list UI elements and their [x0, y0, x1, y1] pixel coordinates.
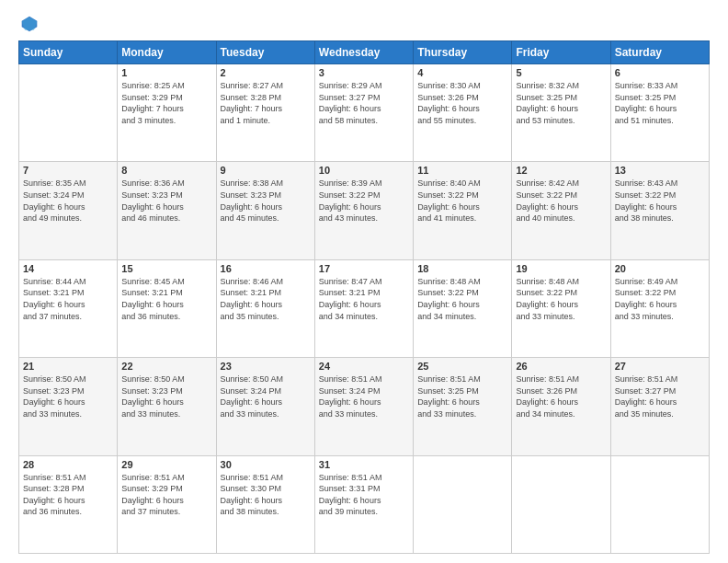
calendar-header-tuesday: Tuesday	[216, 41, 314, 64]
day-number: 3	[319, 67, 409, 78]
day-number: 18	[417, 263, 507, 274]
day-info: Sunrise: 8:27 AM Sunset: 3:28 PM Dayligh…	[221, 80, 311, 126]
day-number: 22	[121, 361, 211, 372]
day-info: Sunrise: 8:51 AM Sunset: 3:25 PM Dayligh…	[417, 373, 507, 419]
calendar-cell	[610, 455, 709, 553]
day-info: Sunrise: 8:38 AM Sunset: 3:23 PM Dayligh…	[221, 178, 311, 224]
calendar-cell: 25Sunrise: 8:51 AM Sunset: 3:25 PM Dayli…	[414, 358, 512, 455]
logo-text	[18, 15, 40, 33]
day-info: Sunrise: 8:43 AM Sunset: 3:22 PM Dayligh…	[615, 178, 705, 224]
day-number: 14	[23, 263, 113, 274]
calendar-week-2: 7Sunrise: 8:35 AM Sunset: 3:24 PM Daylig…	[19, 162, 710, 259]
day-info: Sunrise: 8:39 AM Sunset: 3:22 PM Dayligh…	[319, 178, 409, 224]
header	[18, 15, 710, 33]
calendar-cell: 7Sunrise: 8:35 AM Sunset: 3:24 PM Daylig…	[19, 162, 118, 259]
calendar-cell: 2Sunrise: 8:27 AM Sunset: 3:28 PM Daylig…	[216, 64, 314, 162]
calendar-cell: 23Sunrise: 8:50 AM Sunset: 3:24 PM Dayli…	[216, 358, 314, 455]
day-info: Sunrise: 8:30 AM Sunset: 3:26 PM Dayligh…	[417, 80, 507, 126]
day-info: Sunrise: 8:50 AM Sunset: 3:23 PM Dayligh…	[23, 373, 113, 419]
day-number: 27	[615, 361, 705, 372]
day-info: Sunrise: 8:25 AM Sunset: 3:29 PM Dayligh…	[121, 80, 211, 126]
day-number: 9	[221, 165, 311, 176]
day-info: Sunrise: 8:46 AM Sunset: 3:21 PM Dayligh…	[221, 276, 311, 322]
calendar-cell: 20Sunrise: 8:49 AM Sunset: 3:22 PM Dayli…	[610, 259, 709, 357]
day-number: 16	[221, 263, 311, 274]
calendar-week-3: 14Sunrise: 8:44 AM Sunset: 3:21 PM Dayli…	[19, 259, 710, 357]
day-info: Sunrise: 8:35 AM Sunset: 3:24 PM Dayligh…	[23, 178, 113, 224]
logo	[18, 15, 40, 33]
calendar-cell: 31Sunrise: 8:51 AM Sunset: 3:31 PM Dayli…	[314, 455, 413, 553]
calendar-cell: 27Sunrise: 8:51 AM Sunset: 3:27 PM Dayli…	[610, 358, 709, 455]
calendar-cell	[19, 64, 118, 162]
day-info: Sunrise: 8:48 AM Sunset: 3:22 PM Dayligh…	[516, 276, 606, 322]
calendar-cell: 10Sunrise: 8:39 AM Sunset: 3:22 PM Dayli…	[314, 162, 413, 259]
day-info: Sunrise: 8:51 AM Sunset: 3:24 PM Dayligh…	[319, 373, 409, 419]
day-info: Sunrise: 8:40 AM Sunset: 3:22 PM Dayligh…	[417, 178, 507, 224]
day-info: Sunrise: 8:50 AM Sunset: 3:24 PM Dayligh…	[221, 373, 311, 419]
day-number: 5	[516, 67, 606, 78]
day-number: 15	[121, 263, 211, 274]
day-number: 1	[121, 67, 211, 78]
day-info: Sunrise: 8:48 AM Sunset: 3:22 PM Dayligh…	[417, 276, 507, 322]
logo-icon	[20, 15, 39, 33]
day-number: 11	[417, 165, 507, 176]
calendar-header-monday: Monday	[118, 41, 216, 64]
calendar-header-wednesday: Wednesday	[314, 41, 413, 64]
day-info: Sunrise: 8:44 AM Sunset: 3:21 PM Dayligh…	[23, 276, 113, 322]
calendar-header-thursday: Thursday	[414, 41, 512, 64]
day-number: 28	[23, 459, 113, 470]
day-number: 13	[615, 165, 705, 176]
day-info: Sunrise: 8:33 AM Sunset: 3:25 PM Dayligh…	[615, 80, 705, 126]
day-info: Sunrise: 8:51 AM Sunset: 3:28 PM Dayligh…	[23, 472, 113, 518]
calendar-cell	[512, 455, 610, 553]
day-number: 31	[319, 459, 409, 470]
day-info: Sunrise: 8:51 AM Sunset: 3:29 PM Dayligh…	[121, 472, 211, 518]
day-info: Sunrise: 8:47 AM Sunset: 3:21 PM Dayligh…	[319, 276, 409, 322]
calendar-week-4: 21Sunrise: 8:50 AM Sunset: 3:23 PM Dayli…	[19, 358, 710, 455]
calendar-cell: 28Sunrise: 8:51 AM Sunset: 3:28 PM Dayli…	[19, 455, 118, 553]
calendar-cell: 11Sunrise: 8:40 AM Sunset: 3:22 PM Dayli…	[414, 162, 512, 259]
day-number: 4	[417, 67, 507, 78]
day-number: 6	[615, 67, 705, 78]
day-number: 2	[221, 67, 311, 78]
calendar-cell: 18Sunrise: 8:48 AM Sunset: 3:22 PM Dayli…	[414, 259, 512, 357]
calendar-cell: 13Sunrise: 8:43 AM Sunset: 3:22 PM Dayli…	[610, 162, 709, 259]
day-info: Sunrise: 8:50 AM Sunset: 3:23 PM Dayligh…	[121, 373, 211, 419]
calendar-cell: 9Sunrise: 8:38 AM Sunset: 3:23 PM Daylig…	[216, 162, 314, 259]
calendar-cell: 21Sunrise: 8:50 AM Sunset: 3:23 PM Dayli…	[19, 358, 118, 455]
calendar-cell: 16Sunrise: 8:46 AM Sunset: 3:21 PM Dayli…	[216, 259, 314, 357]
calendar-cell: 12Sunrise: 8:42 AM Sunset: 3:22 PM Dayli…	[512, 162, 610, 259]
calendar-cell: 17Sunrise: 8:47 AM Sunset: 3:21 PM Dayli…	[314, 259, 413, 357]
calendar-cell: 15Sunrise: 8:45 AM Sunset: 3:21 PM Dayli…	[118, 259, 216, 357]
calendar-cell: 14Sunrise: 8:44 AM Sunset: 3:21 PM Dayli…	[19, 259, 118, 357]
day-info: Sunrise: 8:29 AM Sunset: 3:27 PM Dayligh…	[319, 80, 409, 126]
day-number: 12	[516, 165, 606, 176]
calendar-cell: 8Sunrise: 8:36 AM Sunset: 3:23 PM Daylig…	[118, 162, 216, 259]
day-number: 29	[121, 459, 211, 470]
calendar-cell: 29Sunrise: 8:51 AM Sunset: 3:29 PM Dayli…	[118, 455, 216, 553]
calendar-header-row: SundayMondayTuesdayWednesdayThursdayFrid…	[19, 41, 710, 64]
day-number: 30	[221, 459, 311, 470]
day-info: Sunrise: 8:49 AM Sunset: 3:22 PM Dayligh…	[615, 276, 705, 322]
day-number: 23	[221, 361, 311, 372]
day-number: 10	[319, 165, 409, 176]
calendar-cell: 1Sunrise: 8:25 AM Sunset: 3:29 PM Daylig…	[118, 64, 216, 162]
calendar-header-friday: Friday	[512, 41, 610, 64]
calendar-cell	[414, 455, 512, 553]
day-info: Sunrise: 8:51 AM Sunset: 3:31 PM Dayligh…	[319, 472, 409, 518]
calendar: SundayMondayTuesdayWednesdayThursdayFrid…	[18, 40, 710, 554]
calendar-week-1: 1Sunrise: 8:25 AM Sunset: 3:29 PM Daylig…	[19, 64, 710, 162]
day-number: 19	[516, 263, 606, 274]
day-number: 8	[121, 165, 211, 176]
day-number: 25	[417, 361, 507, 372]
day-number: 26	[516, 361, 606, 372]
calendar-header-saturday: Saturday	[610, 41, 709, 64]
calendar-week-5: 28Sunrise: 8:51 AM Sunset: 3:28 PM Dayli…	[19, 455, 710, 553]
day-info: Sunrise: 8:51 AM Sunset: 3:30 PM Dayligh…	[221, 472, 311, 518]
calendar-cell: 24Sunrise: 8:51 AM Sunset: 3:24 PM Dayli…	[314, 358, 413, 455]
day-number: 21	[23, 361, 113, 372]
calendar-cell: 4Sunrise: 8:30 AM Sunset: 3:26 PM Daylig…	[414, 64, 512, 162]
calendar-cell: 22Sunrise: 8:50 AM Sunset: 3:23 PM Dayli…	[118, 358, 216, 455]
day-info: Sunrise: 8:36 AM Sunset: 3:23 PM Dayligh…	[121, 178, 211, 224]
calendar-header-sunday: Sunday	[19, 41, 118, 64]
